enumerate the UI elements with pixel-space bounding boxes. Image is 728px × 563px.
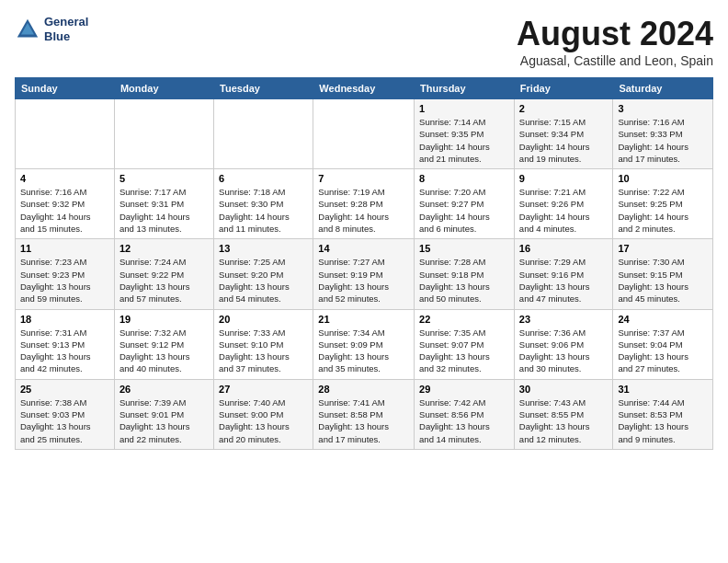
calendar-cell: 1Sunrise: 7:14 AMSunset: 9:35 PMDaylight… [415,99,515,169]
day-number: 24 [618,314,708,325]
day-info: Sunrise: 7:30 AMSunset: 9:15 PMDaylight:… [618,256,708,304]
calendar-cell: 31Sunrise: 7:44 AMSunset: 8:53 PMDayligh… [613,379,713,449]
calendar-cell: 13Sunrise: 7:25 AMSunset: 9:20 PMDayligh… [214,239,313,309]
day-info: Sunrise: 7:21 AMSunset: 9:26 PMDaylight:… [519,186,609,235]
day-number: 10 [618,173,708,184]
calendar-cell: 8Sunrise: 7:20 AMSunset: 9:27 PMDaylight… [415,169,515,239]
day-info: Sunrise: 7:17 AMSunset: 9:31 PMDaylight:… [119,186,209,235]
day-number: 8 [419,173,509,184]
day-number: 11 [20,243,109,254]
day-number: 16 [519,243,609,254]
day-number: 18 [20,314,109,325]
logo-icon [15,17,40,42]
day-number: 9 [519,173,609,184]
day-info: Sunrise: 7:33 AMSunset: 9:10 PMDaylight:… [219,327,308,375]
day-info: Sunrise: 7:24 AMSunset: 9:22 PMDaylight:… [119,256,209,304]
day-info: Sunrise: 7:31 AMSunset: 9:13 PMDaylight:… [20,327,109,375]
day-number: 3 [618,103,708,114]
day-number: 25 [20,384,109,395]
day-number: 2 [519,103,609,114]
day-info: Sunrise: 7:22 AMSunset: 9:25 PMDaylight:… [618,186,708,235]
calendar-cell: 28Sunrise: 7:41 AMSunset: 8:58 PMDayligh… [313,379,415,449]
day-info: Sunrise: 7:42 AMSunset: 8:56 PMDaylight:… [419,396,509,445]
day-info: Sunrise: 7:39 AMSunset: 9:01 PMDaylight:… [119,396,209,445]
day-info: Sunrise: 7:44 AMSunset: 8:53 PMDaylight:… [618,396,708,445]
day-number: 13 [219,243,308,254]
weekday-header: Friday [514,78,613,99]
day-info: Sunrise: 7:36 AMSunset: 9:06 PMDaylight:… [519,327,609,375]
calendar-cell: 9Sunrise: 7:21 AMSunset: 9:26 PMDaylight… [514,169,613,239]
calendar-cell: 2Sunrise: 7:15 AMSunset: 9:34 PMDaylight… [514,99,613,169]
calendar-week-row: 18Sunrise: 7:31 AMSunset: 9:13 PMDayligh… [16,309,713,379]
day-info: Sunrise: 7:18 AMSunset: 9:30 PMDaylight:… [219,186,308,235]
day-info: Sunrise: 7:23 AMSunset: 9:23 PMDaylight:… [20,256,109,304]
day-info: Sunrise: 7:14 AMSunset: 9:35 PMDaylight:… [419,116,509,165]
day-number: 12 [119,243,209,254]
calendar-table: SundayMondayTuesdayWednesdayThursdayFrid… [15,77,713,450]
day-info: Sunrise: 7:32 AMSunset: 9:12 PMDaylight:… [119,327,209,375]
calendar-cell: 11Sunrise: 7:23 AMSunset: 9:23 PMDayligh… [16,239,115,309]
calendar-cell: 14Sunrise: 7:27 AMSunset: 9:19 PMDayligh… [313,239,415,309]
calendar-cell: 12Sunrise: 7:24 AMSunset: 9:22 PMDayligh… [114,239,213,309]
calendar-cell: 24Sunrise: 7:37 AMSunset: 9:04 PMDayligh… [613,309,713,379]
day-info: Sunrise: 7:29 AMSunset: 9:16 PMDaylight:… [519,256,609,304]
day-number: 29 [419,384,509,395]
calendar-cell [16,99,115,169]
logo-text: General Blue [44,15,88,43]
day-number: 21 [318,314,409,325]
month-title: August 2024 [517,15,713,53]
calendar-cell: 22Sunrise: 7:35 AMSunset: 9:07 PMDayligh… [415,309,515,379]
day-info: Sunrise: 7:27 AMSunset: 9:19 PMDaylight:… [318,256,409,304]
day-number: 22 [419,314,509,325]
day-number: 31 [618,384,708,395]
calendar-cell [114,99,213,169]
weekday-header: Sunday [16,78,115,99]
calendar-cell: 25Sunrise: 7:38 AMSunset: 9:03 PMDayligh… [16,379,115,449]
day-number: 30 [519,384,609,395]
day-info: Sunrise: 7:25 AMSunset: 9:20 PMDaylight:… [219,256,308,304]
day-number: 23 [519,314,609,325]
logo: General Blue [15,15,88,43]
day-info: Sunrise: 7:34 AMSunset: 9:09 PMDaylight:… [318,327,409,375]
day-info: Sunrise: 7:43 AMSunset: 8:55 PMDaylight:… [519,396,609,445]
calendar-cell: 18Sunrise: 7:31 AMSunset: 9:13 PMDayligh… [16,309,115,379]
day-number: 5 [119,173,209,184]
calendar-cell: 20Sunrise: 7:33 AMSunset: 9:10 PMDayligh… [214,309,313,379]
day-info: Sunrise: 7:41 AMSunset: 8:58 PMDaylight:… [318,396,409,445]
calendar-cell: 10Sunrise: 7:22 AMSunset: 9:25 PMDayligh… [613,169,713,239]
day-number: 28 [318,384,409,395]
calendar-body: 1Sunrise: 7:14 AMSunset: 9:35 PMDaylight… [16,99,713,450]
day-info: Sunrise: 7:37 AMSunset: 9:04 PMDaylight:… [618,327,708,375]
day-info: Sunrise: 7:40 AMSunset: 9:00 PMDaylight:… [219,396,308,445]
calendar-cell: 6Sunrise: 7:18 AMSunset: 9:30 PMDaylight… [214,169,313,239]
calendar-cell: 5Sunrise: 7:17 AMSunset: 9:31 PMDaylight… [114,169,213,239]
calendar-cell: 3Sunrise: 7:16 AMSunset: 9:33 PMDaylight… [613,99,713,169]
calendar-cell: 19Sunrise: 7:32 AMSunset: 9:12 PMDayligh… [114,309,213,379]
day-info: Sunrise: 7:16 AMSunset: 9:33 PMDaylight:… [618,116,708,165]
calendar-cell [313,99,415,169]
day-info: Sunrise: 7:20 AMSunset: 9:27 PMDaylight:… [419,186,509,235]
day-info: Sunrise: 7:15 AMSunset: 9:34 PMDaylight:… [519,116,609,165]
day-info: Sunrise: 7:16 AMSunset: 9:32 PMDaylight:… [20,186,109,235]
weekday-header: Tuesday [214,78,313,99]
title-area: August 2024 Aguasal, Castille and Leon, … [517,15,713,68]
calendar-cell: 7Sunrise: 7:19 AMSunset: 9:28 PMDaylight… [313,169,415,239]
day-number: 27 [219,384,308,395]
calendar-header: SundayMondayTuesdayWednesdayThursdayFrid… [16,78,713,99]
weekday-header: Saturday [613,78,713,99]
day-number: 26 [119,384,209,395]
day-number: 14 [318,243,409,254]
calendar-week-row: 4Sunrise: 7:16 AMSunset: 9:32 PMDaylight… [16,169,713,239]
day-number: 20 [219,314,308,325]
day-info: Sunrise: 7:28 AMSunset: 9:18 PMDaylight:… [419,256,509,304]
weekday-row: SundayMondayTuesdayWednesdayThursdayFrid… [16,78,713,99]
day-number: 6 [219,173,308,184]
calendar-cell: 29Sunrise: 7:42 AMSunset: 8:56 PMDayligh… [415,379,515,449]
calendar-cell [214,99,313,169]
calendar-cell: 21Sunrise: 7:34 AMSunset: 9:09 PMDayligh… [313,309,415,379]
calendar-cell: 4Sunrise: 7:16 AMSunset: 9:32 PMDaylight… [16,169,115,239]
page-header: General Blue August 2024 Aguasal, Castil… [15,15,713,68]
calendar-cell: 17Sunrise: 7:30 AMSunset: 9:15 PMDayligh… [613,239,713,309]
calendar-cell: 16Sunrise: 7:29 AMSunset: 9:16 PMDayligh… [514,239,613,309]
calendar-cell: 23Sunrise: 7:36 AMSunset: 9:06 PMDayligh… [514,309,613,379]
